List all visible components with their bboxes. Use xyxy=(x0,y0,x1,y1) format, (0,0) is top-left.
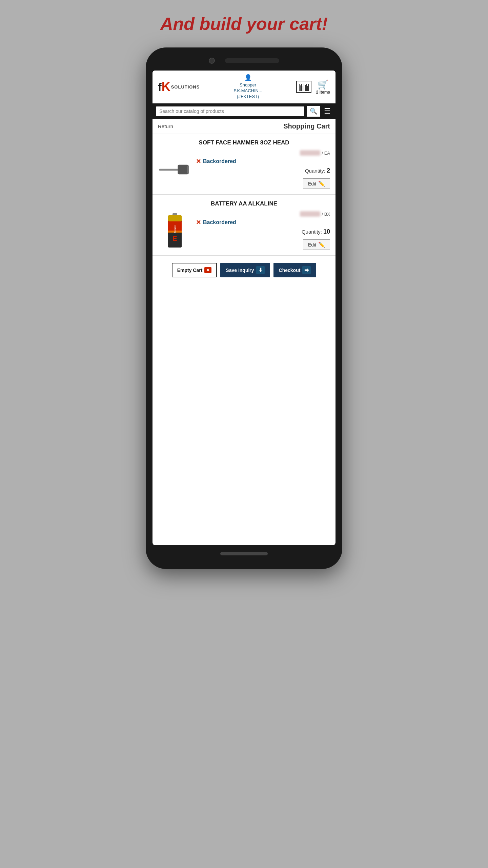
home-bar xyxy=(220,552,268,555)
save-inquiry-button[interactable]: Save Inquiry ⬇ xyxy=(220,263,270,277)
page-nav: Return Shopping Cart xyxy=(152,119,336,134)
edit-button[interactable]: Edit ✏️ xyxy=(303,178,330,189)
svg-rect-1 xyxy=(178,165,188,175)
price-line: / EA xyxy=(196,150,330,156)
barcode-button[interactable] xyxy=(296,81,311,93)
person-icon: 👤 xyxy=(244,74,252,82)
item-row: / EA ✕ Backordered Quantity: 2 Edit ✏️ xyxy=(158,150,330,189)
empty-cart-label: Empty Cart xyxy=(177,268,203,273)
cart-count: 2 items xyxy=(316,90,330,95)
svg-rect-2 xyxy=(187,165,189,174)
return-button[interactable]: Return xyxy=(158,123,173,129)
phone-bottom xyxy=(152,552,336,555)
empty-cart-button[interactable]: Empty Cart ✕ xyxy=(172,263,217,277)
speaker xyxy=(225,58,279,63)
logo-f: f xyxy=(158,81,162,93)
edit-button[interactable]: Edit ✏️ xyxy=(303,239,330,250)
x-icon: ✕ xyxy=(196,158,201,165)
cart-button[interactable]: 🛒 2 items xyxy=(316,79,330,95)
edit-btn-row: Edit ✏️ xyxy=(196,239,330,250)
checkout-button[interactable]: Checkout ➡ xyxy=(273,263,317,277)
empty-x-icon: ✕ xyxy=(204,267,211,273)
cart-actions: Empty Cart ✕ Save Inquiry ⬇ Checkout ➡ xyxy=(152,256,336,284)
price-line: / BX xyxy=(196,211,330,217)
hammer-image xyxy=(158,159,192,180)
quantity-row: Quantity: 2 xyxy=(196,167,330,174)
shopper-id: (#FKTEST) xyxy=(237,94,259,100)
arrow-right-icon: ➡ xyxy=(302,266,311,274)
barcode-icon xyxy=(299,83,309,91)
logo-solutions: SOLUTIONS xyxy=(171,84,200,90)
price-unit: / BX xyxy=(322,212,330,217)
shopper-info: 👤 Shopper F.K.MACHIN... (#FKTEST) xyxy=(233,74,262,100)
cart-item: BATTERY AA ALKALINE xyxy=(152,195,336,256)
search-input[interactable] xyxy=(156,106,304,116)
price-unit: / EA xyxy=(322,151,330,156)
item-name: BATTERY AA ALKALINE xyxy=(158,200,330,207)
svg-text:Energizer: Energizer xyxy=(174,225,176,233)
battery-image: Energizer E xyxy=(158,212,192,249)
page-title: And build your cart! xyxy=(160,14,328,34)
header-right: 🛒 2 items xyxy=(296,79,330,95)
search-bar: 🔍 ☰ xyxy=(152,103,336,119)
edit-label: Edit xyxy=(308,242,316,248)
status-row: ✕ Backordered xyxy=(196,219,330,226)
menu-icon[interactable]: ☰ xyxy=(323,105,332,117)
item-details: / EA ✕ Backordered Quantity: 2 Edit ✏️ xyxy=(196,150,330,189)
edit-label: Edit xyxy=(308,181,316,186)
logo: fK SOLUTIONS xyxy=(158,80,200,94)
price-blurred xyxy=(300,150,320,156)
quantity-label: Quantity: xyxy=(305,168,325,174)
price-blurred xyxy=(300,211,320,217)
item-row: Energizer E / BX ✕ Backordered xyxy=(158,211,330,250)
shopper-label: Shopper xyxy=(240,82,256,88)
backordered-status: Backordered xyxy=(203,219,236,225)
app-header: fK SOLUTIONS 👤 Shopper F.K.MACHIN... (#F… xyxy=(152,71,336,103)
cart-item: SOFT FACE HAMMER 8OZ HEAD / EA xyxy=(152,134,336,195)
svg-text:E: E xyxy=(172,235,177,242)
quantity-label: Quantity: xyxy=(302,229,322,235)
x-icon: ✕ xyxy=(196,219,201,226)
download-icon: ⬇ xyxy=(256,266,265,274)
shopper-name: F.K.MACHIN... xyxy=(233,88,262,94)
phone-screen: fK SOLUTIONS 👤 Shopper F.K.MACHIN... (#F… xyxy=(152,71,336,545)
quantity-value: 10 xyxy=(323,228,330,235)
status-row: ✕ Backordered xyxy=(196,158,330,165)
item-name: SOFT FACE HAMMER 8OZ HEAD xyxy=(158,139,330,146)
svg-rect-5 xyxy=(168,215,182,221)
edit-pencil-icon: ✏️ xyxy=(318,241,325,248)
quantity-row: Quantity: 10 xyxy=(196,228,330,235)
item-details: / BX ✕ Backordered Quantity: 10 Edit ✏️ xyxy=(196,211,330,250)
edit-pencil-icon: ✏️ xyxy=(318,180,325,187)
save-inquiry-label: Save Inquiry xyxy=(226,268,254,273)
backordered-status: Backordered xyxy=(203,158,236,164)
phone-shell: fK SOLUTIONS 👤 Shopper F.K.MACHIN... (#F… xyxy=(146,47,342,569)
edit-btn-row: Edit ✏️ xyxy=(196,178,330,189)
shopping-cart-title: Shopping Cart xyxy=(283,122,330,130)
camera xyxy=(209,58,215,64)
search-icon[interactable]: 🔍 xyxy=(307,106,320,117)
quantity-value: 2 xyxy=(327,167,330,174)
checkout-label: Checkout xyxy=(279,268,301,273)
logo-k: K xyxy=(162,80,170,94)
cart-icon: 🛒 xyxy=(318,79,328,90)
